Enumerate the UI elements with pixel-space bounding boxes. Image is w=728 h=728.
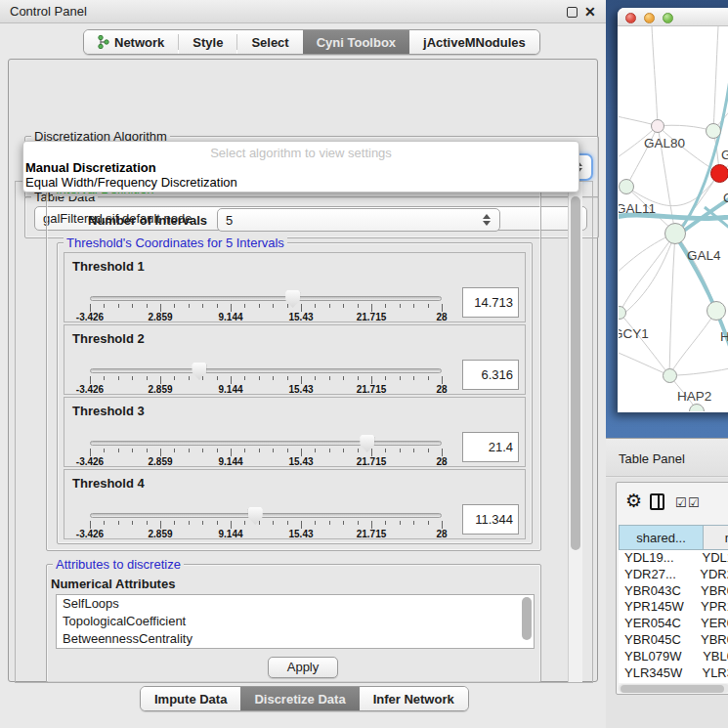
threshold-value-field[interactable]: 11.344 [462,504,519,535]
tab-label: Impute Data [154,692,227,707]
tab-network[interactable]: Network [84,30,178,54]
tick-mark [287,304,288,308]
tick-label: 15.43 [288,312,313,322]
tick-mark [400,449,401,452]
table-row[interactable]: YDR27...YDR2 [619,567,728,583]
table-row[interactable]: YBR045CYBR0 [619,632,728,649]
cell-name[interactable]: YIL0 [703,681,728,683]
tab-style[interactable]: Style [179,30,236,54]
tick-mark [259,376,260,380]
threshold-slider-track[interactable] [90,296,442,301]
column-header-name[interactable]: n [704,526,728,549]
algorithm-dropdown-popup: Select algorithm to view settings Manual… [22,141,579,193]
tick-mark [329,449,330,452]
table-row[interactable]: YBR043CYBR0 [619,583,728,600]
threshold-label: Threshold 1 [72,259,145,274]
cell-name[interactable]: YER0 [697,616,728,632]
tick-mark [273,376,274,380]
network-node[interactable] [664,223,686,244]
threshold-value-field[interactable]: 21.4 [462,432,519,462]
network-node[interactable] [663,368,677,383]
tick-mark [147,304,148,308]
network-node[interactable] [707,301,726,321]
tab-cyni-toolbox[interactable]: Cyni Toolbox [303,30,409,54]
algorithm-option[interactable]: Equal Width/Frequency Discretization [23,175,578,190]
attribute-item[interactable]: BetweennessCentrality [57,630,534,648]
apply-button[interactable]: Apply [268,657,338,678]
cell-shared-name[interactable]: YIL052C [619,681,703,683]
cell-shared-name[interactable]: YBR045C [619,632,697,649]
tab-infer-network[interactable]: Infer Network [360,687,468,710]
cell-shared-name[interactable]: YDR27... [619,567,696,583]
cell-shared-name[interactable]: YBL079W [619,649,699,665]
network-canvas[interactable]: GAL80GACGAL11GAL4GCY1HHAP2 [619,26,728,411]
network-window-titlebar[interactable] [618,8,728,26]
node-table: shared... n YDL19...YDL1YDR27...YDR2YBR0… [619,525,728,683]
split-columns-icon[interactable] [650,493,664,510]
numerical-attributes-list[interactable]: SelfLoopsTopologicalCoefficientBetweenne… [56,594,535,649]
network-node[interactable] [619,179,634,194]
threshold-slider-track[interactable] [90,513,442,518]
network-node[interactable] [706,123,721,139]
tab-discretize-data[interactable]: Discretize Data [240,687,359,710]
threshold-slider-track[interactable] [90,441,442,446]
threshold-slider-track[interactable] [90,368,442,373]
attribute-item[interactable]: SelfLoops [57,595,534,613]
tab-select[interactable]: Select [237,30,302,54]
table-row[interactable]: YBL079WYBL0 [619,649,728,665]
network-node[interactable] [710,164,728,183]
cell-name[interactable]: YBL0 [699,649,728,665]
number-of-intervals-spinner[interactable]: 5 [217,208,500,232]
cell-name[interactable]: YPR1 [697,599,728,616]
gear-icon[interactable]: ⚙ [625,490,642,512]
tick-mark [358,521,359,525]
column-header-shared-name[interactable]: shared... [620,526,704,549]
attribute-item[interactable]: TopologicalCoefficient [57,613,534,630]
table-row[interactable]: YER054CYER0 [619,616,728,632]
close-traffic-icon[interactable] [625,13,636,23]
algorithm-option[interactable]: Manual Discretization [23,160,578,175]
tick-mark [244,449,245,452]
cell-shared-name[interactable]: YLR345W [619,665,698,682]
tick-mark [147,376,148,380]
slider-ticks [90,521,442,529]
cell-name[interactable]: YDR2 [696,567,728,583]
tick-label: 9.144 [218,312,242,322]
table-row[interactable]: YIL052CYIL0 [619,681,728,683]
tick-mark [231,521,232,529]
table-hscrollbar-thumb[interactable] [621,685,724,693]
checkbox-checked-icon[interactable]: ☑ [675,495,687,510]
close-icon[interactable]: ✕ [584,4,596,20]
cell-name[interactable]: YBR0 [697,632,728,649]
cell-shared-name[interactable]: YPR145W [619,599,697,616]
table-row[interactable]: YDL19...YDL1 [619,550,728,567]
tick-mark [132,304,133,308]
float-icon[interactable] [567,7,578,18]
tick-mark [189,304,190,308]
tab-jactivemnodules[interactable]: jActiveMNodules [409,30,539,54]
table-row[interactable]: YPR145WYPR1 [619,599,728,616]
attributes-list-scrollbar[interactable] [522,597,532,640]
content-scrollbar-thumb[interactable] [571,196,580,550]
cell-shared-name[interactable]: YDL19... [619,550,698,567]
network-node[interactable] [651,119,664,133]
threshold-value-field[interactable]: 6.316 [462,360,519,390]
zoom-traffic-icon[interactable] [663,13,673,23]
table-row[interactable]: YLR345WYLR3 [619,665,728,682]
cell-name[interactable]: YBR0 [697,583,728,600]
content-scrollbar-track[interactable] [568,182,582,682]
checkbox-checked-icon[interactable]: ☑ [688,495,700,510]
minimize-traffic-icon[interactable] [644,13,655,23]
tick-mark [90,521,91,529]
table-hscrollbar-track[interactable] [619,684,728,693]
cell-shared-name[interactable]: YBR043C [619,583,697,600]
threshold-box: Threshold 4-3.4262.8599.14415.4321.71528… [64,469,526,539]
tick-mark [147,521,148,525]
cell-name[interactable]: YDL1 [698,550,728,567]
threshold-value-field[interactable]: 14.713 [462,287,519,318]
cell-name[interactable]: YLR3 [698,665,728,682]
cell-shared-name[interactable]: YER054C [619,616,697,632]
tick-mark [413,304,414,308]
tab-impute-data[interactable]: Impute Data [141,687,240,710]
network-view-window[interactable]: GAL80GACGAL11GAL4GCY1HHAP2 [618,8,728,412]
